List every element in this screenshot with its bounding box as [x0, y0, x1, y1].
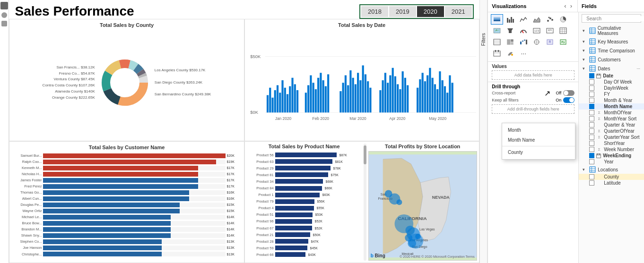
donut-chart-title: Total Sales by County — [12, 22, 241, 28]
monthofyear-checkbox[interactable] — [589, 110, 594, 115]
field-item-date[interactable]: Date — [579, 73, 644, 79]
fy-checkbox[interactable] — [589, 92, 594, 97]
shortyear-checkbox[interactable] — [589, 141, 594, 146]
viz-calendar[interactable] — [491, 48, 503, 59]
viz-funnel[interactable] — [504, 25, 516, 36]
quarteryear-sort-checkbox[interactable] — [589, 135, 594, 140]
svg-rect-36 — [324, 86, 326, 113]
viz-scatter-chart[interactable] — [544, 14, 556, 25]
field-group-dates-header[interactable]: ▾ Dates ··· — [579, 64, 644, 73]
month-name-checkbox[interactable] — [589, 104, 594, 109]
map-credit: © 2020 HERE © 2020 Microsoft Corporation… — [400, 255, 474, 258]
field-group-locations-header[interactable]: ▾ Locations — [579, 165, 644, 174]
svg-text:Apr 2020: Apr 2020 — [389, 116, 405, 121]
latitude-checkbox[interactable] — [589, 180, 594, 186]
svg-rect-75 — [446, 93, 448, 112]
quarterofyear-checkbox[interactable] — [589, 128, 594, 134]
viz-table[interactable] — [557, 25, 569, 36]
svg-rect-41 — [347, 85, 349, 113]
svg-rect-108 — [507, 18, 508, 23]
dates-menu-icon[interactable]: ··· — [636, 66, 640, 71]
donut-label-contra: Contra Costa County $107.26K — [43, 83, 95, 89]
field-name-shortyear: ShortYear — [604, 141, 625, 146]
field-item-shortyear[interactable]: ShortYear — [579, 140, 644, 146]
viz-nav-next[interactable]: › — [569, 2, 574, 9]
scrollbar[interactable] — [364, 144, 366, 261]
viz-pie-chart[interactable] — [557, 14, 569, 25]
nav-icon-2[interactable] — [1, 12, 7, 18]
viz-stacked-bar[interactable] — [491, 14, 503, 25]
field-item-week-number[interactable]: Σ Week Number — [579, 146, 644, 153]
field-item-weekending[interactable]: WeekEnding — [579, 153, 644, 159]
svg-point-97 — [396, 199, 402, 205]
year-checkbox[interactable] — [589, 159, 594, 164]
viz-gauge[interactable] — [517, 25, 530, 36]
svg-rect-57 — [394, 76, 396, 113]
viz-waterfall[interactable] — [517, 37, 530, 47]
year-2021-button[interactable]: 2021 — [445, 6, 472, 17]
field-item-year[interactable]: Year — [579, 159, 644, 165]
add-drill-fields-btn[interactable]: Add drill-through fields here — [492, 104, 574, 114]
dayofweek-checkbox[interactable] — [589, 79, 594, 85]
viz-bar-chart[interactable] — [504, 14, 516, 25]
nav-icon-3[interactable] — [1, 21, 7, 26]
field-group-key-header[interactable]: ▾ Key Measures — [579, 37, 644, 46]
viz-paint[interactable] — [504, 48, 516, 59]
nav-icon-1[interactable] — [0, 2, 8, 9]
field-item-quarterofyear[interactable]: Σ QuarterOfYear — [579, 128, 644, 134]
search-input[interactable] — [586, 16, 644, 21]
viz-more-icon[interactable]: ··· — [517, 48, 530, 59]
svg-text:123: 123 — [534, 29, 540, 32]
add-data-fields-btn[interactable]: Add data fields here — [492, 70, 574, 80]
field-item-month-name[interactable]: Month Name — [579, 103, 644, 110]
monthyear-sort-checkbox[interactable] — [589, 116, 594, 121]
field-item-dayinweek[interactable]: DayInWeek — [579, 85, 644, 91]
viz-matrix[interactable] — [491, 37, 503, 47]
dayinweek-checkbox[interactable] — [589, 85, 594, 91]
customer-bar-chart: Samuel Bur... $20K Ralph Coo... $19K Ken… — [12, 152, 241, 258]
field-item-county[interactable]: County — [579, 174, 644, 180]
viz-r-custom[interactable]: R — [544, 37, 556, 47]
svg-rect-45 — [357, 73, 359, 112]
viz-py-custom[interactable]: Py — [557, 37, 569, 47]
field-item-monthofyear[interactable]: Σ MonthOfYear — [579, 110, 644, 116]
field-item-latitude[interactable]: Latitude — [579, 180, 644, 186]
filters-tab-label: Filters — [481, 33, 486, 46]
filters-tab-container[interactable]: Filters — [479, 0, 488, 263]
cross-report-toggle-track[interactable] — [563, 90, 574, 96]
field-group-customers-header[interactable]: ▾ Customers — [579, 55, 644, 64]
context-menu-item-county[interactable]: County — [502, 147, 575, 157]
viz-treemap[interactable] — [504, 37, 516, 47]
viz-card[interactable]: 123 — [531, 25, 543, 36]
svg-text:R: R — [549, 40, 551, 43]
quarter-year-checkbox[interactable] — [589, 122, 594, 127]
field-group-time: ▾ Time Comparison — [579, 46, 644, 55]
viz-area-chart[interactable] — [531, 14, 543, 25]
viz-line-chart[interactable] — [517, 14, 530, 25]
field-name-dayinweek: DayInWeek — [604, 85, 628, 91]
context-menu-item-monthname[interactable]: Month Name — [502, 135, 575, 145]
keep-filters-toggle-track[interactable] — [563, 97, 574, 103]
year-2020-button[interactable]: 2020 — [417, 6, 444, 17]
viz-map-chart[interactable] — [491, 25, 503, 36]
county-checkbox[interactable] — [589, 174, 594, 179]
week-number-checkbox[interactable] — [589, 147, 594, 152]
svg-rect-58 — [397, 84, 399, 112]
viz-kpi[interactable]: KPI — [544, 25, 556, 36]
field-item-quarteryear-sort[interactable]: Σ QuarterYear Sort — [579, 134, 644, 140]
weekending-checkbox[interactable] — [589, 153, 594, 158]
field-item-quarter-year[interactable]: Quarter & Year — [579, 122, 644, 128]
viz-custom[interactable] — [531, 37, 543, 47]
viz-nav-prev[interactable]: ‹ — [563, 2, 567, 9]
field-item-monthyear-sort[interactable]: Σ MonthYear Sort — [579, 116, 644, 122]
month-year-checkbox[interactable] — [589, 98, 594, 103]
field-group-cumulative-header[interactable]: ▾ Cumulative Measures — [579, 25, 644, 37]
context-menu-item-month[interactable]: Month — [502, 125, 575, 135]
date-checkbox[interactable] — [589, 73, 594, 78]
year-2019-button[interactable]: 2019 — [389, 6, 416, 17]
field-group-time-header[interactable]: ▾ Time Comparison — [579, 46, 644, 55]
field-item-month-year[interactable]: Month & Year — [579, 97, 644, 103]
field-item-dayofweek[interactable]: Day Of Week — [579, 79, 644, 85]
year-2018-button[interactable]: 2018 — [361, 6, 388, 17]
field-item-fy[interactable]: FY — [579, 91, 644, 97]
